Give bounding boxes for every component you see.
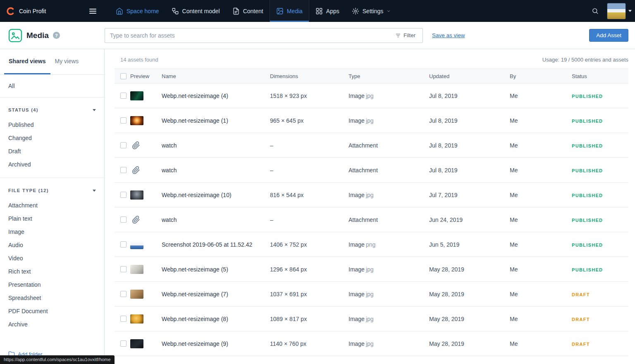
nav-item-space-home[interactable]: Space home xyxy=(110,0,165,22)
asset-row[interactable]: Webp.net-resizeimage (1) 965 × 645 px Im… xyxy=(115,108,628,133)
row-checkbox[interactable] xyxy=(120,241,127,247)
asset-type: Imagejpg xyxy=(349,93,429,99)
sidebar-filter-item[interactable]: Rich text xyxy=(0,265,104,278)
asset-row[interactable]: Webp.net-resizeimage (4) 1518 × 923 px I… xyxy=(115,83,628,108)
account-menu[interactable] xyxy=(607,3,632,19)
sidebar-filter-item[interactable]: Image xyxy=(0,225,104,238)
asset-table-header: Preview Name Dimensions Type Updated By … xyxy=(115,69,628,83)
sidebar-filter-item[interactable]: Plain text xyxy=(0,212,104,225)
asset-type-main: Image xyxy=(349,93,365,99)
row-checkbox[interactable] xyxy=(120,291,127,297)
asset-row[interactable]: Webp.net-resizeimage (8) 1089 × 817 px I… xyxy=(115,307,628,331)
nav-item-media[interactable]: Media xyxy=(270,0,309,22)
asset-preview[interactable] xyxy=(130,314,162,324)
sidebar-filter-item[interactable]: Spreadsheet xyxy=(0,291,104,305)
nav-item-content[interactable]: Content xyxy=(226,0,270,22)
asset-by: Me xyxy=(510,316,572,322)
row-checkbox[interactable] xyxy=(120,192,127,198)
nav-label: Apps xyxy=(326,8,339,14)
asset-row[interactable]: Webp.net-resizeimage (7) 1037 × 691 px I… xyxy=(115,282,628,307)
asset-by: Me xyxy=(510,241,572,248)
media-page-icon xyxy=(8,29,22,43)
asset-preview[interactable] xyxy=(130,290,162,299)
tab-shared-views[interactable]: Shared views xyxy=(4,49,50,74)
asset-updated: Jul 8, 2019 xyxy=(429,117,510,124)
sidebar-filter-item[interactable]: Draft xyxy=(0,145,104,158)
row-checkbox[interactable] xyxy=(120,167,127,173)
asset-preview[interactable] xyxy=(130,166,162,174)
asset-by: Me xyxy=(510,216,572,223)
asset-search-input[interactable] xyxy=(105,28,423,43)
sidebar-filter-item[interactable]: Audio xyxy=(0,238,104,252)
nav-item-content-model[interactable]: Content model xyxy=(165,0,226,22)
sidebar-item-all[interactable]: All xyxy=(0,75,104,98)
status-section-header[interactable]: STATUS (4) xyxy=(0,107,104,112)
column-header-by[interactable]: By xyxy=(510,73,572,79)
column-header-name[interactable]: Name xyxy=(162,73,270,79)
row-checkbox[interactable] xyxy=(120,117,127,124)
help-icon[interactable] xyxy=(53,32,60,39)
save-as-view-link[interactable]: Save as view xyxy=(432,32,465,38)
nav-item-settings[interactable]: Settings xyxy=(346,0,397,22)
sidebar-filter-item[interactable]: PDF Document xyxy=(0,305,104,318)
asset-table-body: Webp.net-resizeimage (4) 1518 × 923 px I… xyxy=(115,83,628,356)
asset-preview[interactable] xyxy=(130,116,162,125)
sidebar-filter-item[interactable]: Video xyxy=(0,252,104,265)
row-checkbox[interactable] xyxy=(120,316,127,322)
collapse-icon xyxy=(93,190,96,192)
asset-row[interactable]: watch – Attachment Jul 8, 2019 Me PUBLIS… xyxy=(115,133,628,158)
asset-type-main: Attachment xyxy=(349,216,378,223)
status-filter-list: Published Changed Draft Archived xyxy=(0,118,104,171)
asset-row[interactable]: Webp.net-resizeimage (9) 1140 × 760 px I… xyxy=(115,331,628,356)
row-checkbox[interactable] xyxy=(120,216,127,223)
contentful-logo-icon[interactable] xyxy=(6,7,15,16)
tab-my-views[interactable]: My views xyxy=(50,49,84,74)
chevron-down-icon xyxy=(387,9,391,13)
file-type-section-header[interactable]: FILE TYPE (12) xyxy=(0,188,104,193)
asset-type-sub: jpg xyxy=(366,192,374,198)
asset-preview[interactable] xyxy=(130,190,162,200)
status-badge: DRAFT xyxy=(572,342,590,347)
paperclip-icon xyxy=(132,166,140,174)
row-checkbox[interactable] xyxy=(120,340,127,347)
asset-preview[interactable] xyxy=(130,339,162,348)
select-all-checkbox[interactable] xyxy=(120,73,127,79)
asset-preview[interactable] xyxy=(130,265,162,274)
asset-preview[interactable] xyxy=(130,216,162,224)
link-preview-tooltip: https://app.contentful.com/spaces/sc1au1… xyxy=(0,355,115,364)
sidebar-filter-item[interactable]: Presentation xyxy=(0,278,104,291)
column-header-dimensions[interactable]: Dimensions xyxy=(270,73,349,79)
asset-preview[interactable] xyxy=(130,240,162,249)
asset-row[interactable]: Screenshot 2019-06-05 at 11.52.42 1406 ×… xyxy=(115,232,628,257)
asset-name: Webp.net-resizeimage (8) xyxy=(162,316,270,322)
asset-row[interactable]: watch – Attachment Jun 24, 2019 Me PUBLI… xyxy=(115,207,628,232)
global-search-button[interactable] xyxy=(590,6,600,16)
column-header-updated[interactable]: Updated xyxy=(429,73,510,79)
asset-count: 14 assets found xyxy=(120,57,158,63)
filter-button[interactable]: Filter xyxy=(393,28,418,43)
asset-updated: May 28, 2019 xyxy=(429,340,510,347)
asset-type-sub: jpg xyxy=(366,93,374,99)
sidebar-filter-item[interactable]: Published xyxy=(0,118,104,131)
asset-by: Me xyxy=(510,266,572,273)
asset-preview[interactable] xyxy=(130,91,162,100)
column-header-status[interactable]: Status xyxy=(572,73,628,79)
sidebar-filter-item[interactable]: Changed xyxy=(0,131,104,145)
row-checkbox[interactable] xyxy=(120,142,127,148)
sidebar-filter-item[interactable]: Attachment xyxy=(0,199,104,212)
asset-row[interactable]: Webp.net-resizeimage (5) 1296 × 864 px I… xyxy=(115,257,628,282)
main-nav: Space home Content model Content Media A… xyxy=(110,0,397,22)
asset-row[interactable]: watch – Attachment Jul 8, 2019 Me PUBLIS… xyxy=(115,158,628,183)
add-asset-button[interactable]: Add Asset xyxy=(589,29,628,42)
sidebar-filter-item[interactable]: Archived xyxy=(0,158,104,171)
asset-preview[interactable] xyxy=(130,141,162,150)
row-checkbox[interactable] xyxy=(120,93,127,99)
sidebar-filter-item[interactable]: Archive xyxy=(0,318,104,331)
settings-gear-icon xyxy=(352,7,359,15)
column-header-type[interactable]: Type xyxy=(349,73,429,79)
nav-item-apps[interactable]: Apps xyxy=(309,0,346,22)
menu-toggle-button[interactable] xyxy=(88,7,98,16)
asset-row[interactable]: Webp.net-resizeimage (10) 816 × 544 px I… xyxy=(115,183,628,207)
nav-label: Settings xyxy=(363,8,384,14)
row-checkbox[interactable] xyxy=(120,266,127,272)
